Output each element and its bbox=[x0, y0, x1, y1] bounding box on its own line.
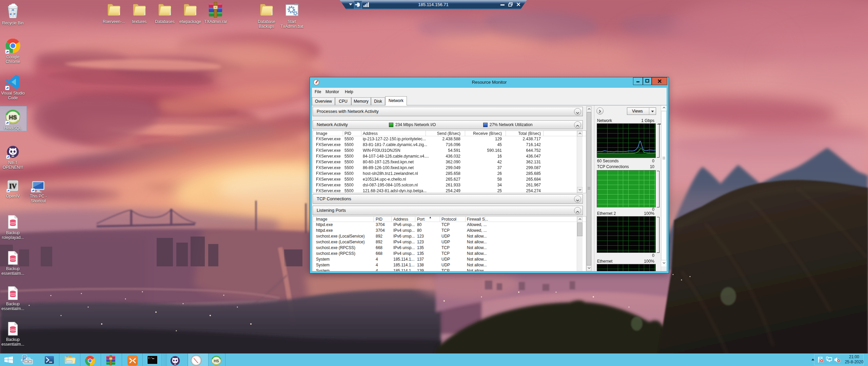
svg-text:C:\: C:\ bbox=[148, 357, 153, 360]
